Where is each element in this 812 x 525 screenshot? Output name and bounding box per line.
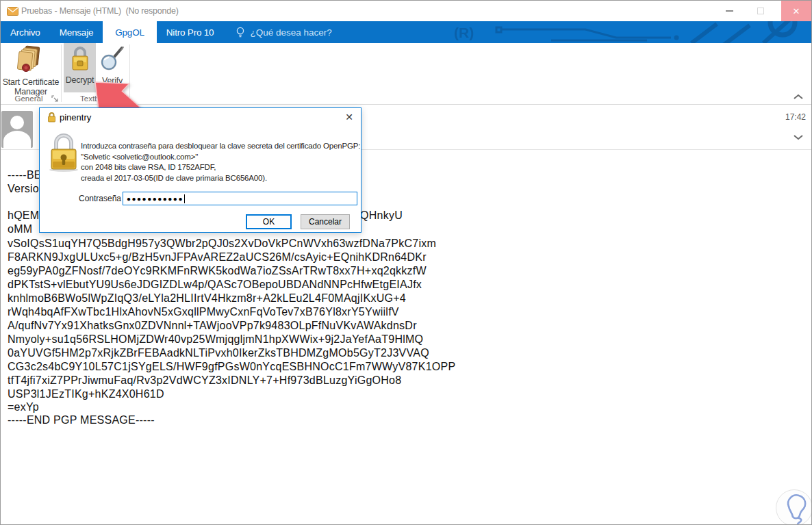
pgp-line: QHnkyU [360,209,403,222]
verify-magnifier-icon [100,45,125,74]
maximize-button[interactable] [746,1,776,21]
pinentry-prompt: Introduzca contraseña para desbloquear l… [81,141,360,183]
pgp-line: A/qufNv7Yx91XhatksGnx0ZDVNnnl+TAWjooVPp7… [8,319,417,333]
close-icon: ✕ [793,7,800,16]
pinentry-title-bar[interactable]: pinentry ✕ [40,108,361,126]
pgp-line: eg59yPA0gZFNosf/7deOYc9RKMFnRWK5kodWa7io… [8,264,427,278]
pgp-line: -----END PGP MESSAGE----- [8,413,155,427]
tab-nitro-pro[interactable]: Nitro Pro 10 [157,21,224,43]
prompt-line-3: con 2048 bits clave RSA, ID 1752AFDF, [81,162,360,173]
group-label-general: General [8,94,50,103]
close-button[interactable]: ✕ [781,1,811,21]
certificate-manager-icon [17,45,45,75]
pgp-line: knhlmoB6BWo5lWpZIqQ3/eLYla2HLIIrtV4Hkzm8… [8,292,406,305]
svg-text:(R): (R) [454,25,474,40]
pgp-line: hQEM [8,209,39,222]
tell-me-box[interactable]: ¿Qué desea hacer? [236,21,331,43]
collapse-ribbon-chevron-icon[interactable] [794,94,803,100]
password-dots: ●●●●●●●●●●● [127,195,183,203]
mail-message-icon [7,7,18,16]
sketch-lightbulb-icon [776,490,812,525]
pinentry-close-button[interactable]: ✕ [342,110,356,124]
pinentry-lock-icon [47,112,56,123]
pinentry-close-icon: ✕ [345,112,353,123]
minimize-button[interactable] [714,1,744,21]
password-input[interactable]: ●●●●●●●●●●● [123,192,357,205]
password-label: Contraseña [79,194,121,203]
start-certificate-manager-button[interactable]: Start Certificate Manager [2,43,60,97]
pgp-line: Versio [8,182,39,196]
prompt-line-2: "Solvetic <solvetic@outlook.com>" [81,152,360,163]
message-time: 17:42 [785,112,806,122]
tab-archivo[interactable]: Archivo [1,21,50,43]
pgp-line: Nmyoly+su1q56RSLHOMjZDWr40vp25WmjqgljmN1… [8,333,423,346]
pgp-line: USP3l1JEzTIKg+hKZ4X0H61D [8,387,164,401]
decrypt-lock-icon [70,44,90,73]
pgp-line: 0aYUVGf5HM2p7xRjkZBrFEBAadkNLTiPvxh0Iker… [8,346,429,360]
tab-mensaje[interactable]: Mensaje [50,21,103,43]
pgp-line: rWqh4bqAfFXwTbc1HlxAhovN5xGxqllPMwyCxnFq… [8,305,399,319]
sender-avatar [1,111,33,148]
pgp-line: =exYp [8,400,39,414]
title-bar: Pruebas - Mensaje (HTML) (No responde) ✕ [1,1,811,21]
lightbulb-icon [236,27,245,38]
pinentry-dialog: pinentry ✕ Introduzca contraseña para de… [39,107,361,233]
sketch-lightbulb-badge[interactable] [776,489,812,525]
text-caret [184,194,185,203]
prompt-line-1: Introduzca contraseña para desbloquear l… [81,141,360,152]
pgp-line: tfT4jfi7xiZ7PPrJiwmuFaq/Rv3p2VdWCYZ3xIDN… [8,374,401,387]
prompt-line-4: creada el 2017-03-05(ID de clave primari… [81,173,360,184]
tab-gpgol[interactable]: GpgOL [103,21,157,43]
pgp-line: -----BE [8,168,42,182]
tell-me-label: ¿Qué desea hacer? [250,27,331,38]
pgp-line: F8ARKN9JxgULUxc5+g/BzH5vnJFPAvAREZ2aUCS2… [8,251,427,264]
pinentry-title: pinentry [60,112,91,123]
start-certificate-manager-label: Start Certificate Manager [2,77,60,97]
pgp-line: oMM [8,222,32,236]
ok-button[interactable]: OK [246,214,292,229]
window-title: Pruebas - Mensaje (HTML) (No responde) [21,1,179,21]
openpgp-lock-icon [47,133,81,174]
outlook-window: Pruebas - Mensaje (HTML) (No responde) ✕… [0,0,812,525]
cancel-button[interactable]: Cancelar [301,214,350,229]
dialog-launcher-icon[interactable] [51,95,59,103]
expand-header-chevron-icon[interactable] [794,134,803,140]
password-row: Contraseña ●●●●●●●●●●● [40,192,361,205]
pgp-line: dPKTstS+vlEbutYU9Us6eJDGIZDLw4p/QASc7OBe… [8,278,422,292]
circuit-decoration: (R) [380,21,811,43]
pgp-line: vSoIQsS1uqYH7Q5BdgH957y3QWbr2pQJ0s2XvDoV… [8,237,436,251]
pgp-line: CG3c2s4bC9Y10L57C1jSYgELS/HWF9gfPGsW0nYc… [8,360,455,374]
ribbon-tab-bar: (R) Archivo Mensaje GpgOL Nitro Pro 10 ¿… [1,21,811,43]
